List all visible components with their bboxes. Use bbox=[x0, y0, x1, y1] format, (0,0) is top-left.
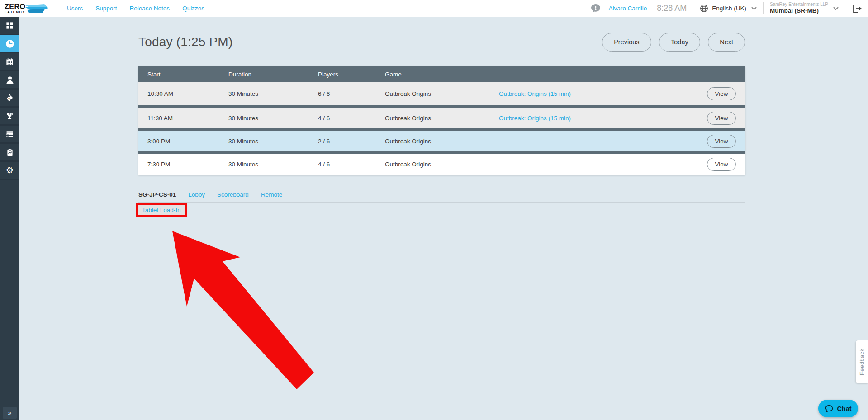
sidebar-item-sessions[interactable] bbox=[0, 35, 19, 53]
svg-text:★: ★ bbox=[9, 113, 11, 115]
org-name: SamRey Entertainments LLP bbox=[770, 2, 828, 7]
feedback-label: Feedback bbox=[859, 349, 865, 375]
gear-icon: ⚙ bbox=[6, 166, 14, 175]
logo-text: ZERO LATENCY bbox=[5, 3, 25, 14]
divider bbox=[763, 2, 764, 14]
venue-name: Mumbai (SR-MB) bbox=[770, 7, 828, 14]
cell-start: 10:30 AM bbox=[147, 90, 228, 97]
next-button[interactable]: Next bbox=[708, 33, 745, 52]
nav-release-notes[interactable]: Release Notes bbox=[130, 5, 170, 12]
topbar-right: Alvaro Carrillo 8:28 AM English (UK) Sam… bbox=[590, 2, 864, 14]
svg-text:%: % bbox=[8, 97, 11, 101]
top-bar: ZERO LATENCY Users Support Release Notes… bbox=[0, 0, 868, 17]
table-header: Start Duration Players Game bbox=[138, 66, 745, 82]
cell-players: 6 / 6 bbox=[318, 90, 385, 97]
sidebar-item-settings[interactable]: ⚙ bbox=[0, 162, 19, 180]
logout-icon[interactable] bbox=[852, 3, 863, 14]
cell-game: Outbreak Origins bbox=[385, 138, 499, 145]
page-title: Today (1:25 PM) bbox=[138, 35, 232, 49]
divider bbox=[693, 2, 693, 14]
logo-line1: ZERO bbox=[5, 3, 25, 10]
cell-duration: 30 Minutes bbox=[228, 115, 318, 122]
remote-link[interactable]: Remote bbox=[261, 191, 282, 198]
cell-game: Outbreak Origins bbox=[385, 161, 499, 168]
cell-start: 11:30 AM bbox=[147, 115, 228, 122]
cell-duration: 30 Minutes bbox=[228, 138, 318, 145]
view-button[interactable]: View bbox=[707, 112, 736, 125]
cell-players: 4 / 6 bbox=[318, 115, 385, 122]
trophy-icon: ★ bbox=[5, 112, 14, 120]
table-row: 11:30 AM 30 Minutes 4 / 6 Outbreak Origi… bbox=[138, 105, 745, 128]
col-game: Game bbox=[385, 71, 499, 78]
jet-icon bbox=[24, 2, 48, 15]
cell-game: Outbreak Origins bbox=[385, 90, 499, 97]
cell-players: 2 / 6 bbox=[318, 138, 385, 145]
cell-duration: 30 Minutes bbox=[228, 161, 318, 168]
sidebar-item-leaderboard[interactable]: ★ bbox=[0, 108, 19, 126]
clock-time: 8:28 AM bbox=[657, 4, 687, 13]
view-button[interactable]: View bbox=[707, 135, 736, 148]
scoreboard-link[interactable]: Scoreboard bbox=[217, 191, 249, 198]
tablet-load-in-link[interactable]: Tablet Load-In bbox=[136, 203, 187, 217]
sidebar-item-calendar[interactable] bbox=[0, 53, 19, 71]
table-row: 7:30 PM 30 Minutes 4 / 6 Outbreak Origin… bbox=[138, 151, 745, 175]
user-name-link[interactable]: Alvaro Carrillo bbox=[608, 5, 647, 12]
vr-headset-icon bbox=[5, 76, 14, 85]
sidebar-item-dashboard[interactable] bbox=[0, 17, 19, 35]
cell-game: Outbreak Origins bbox=[385, 115, 499, 122]
today-button[interactable]: Today bbox=[659, 33, 700, 52]
servers-icon bbox=[5, 130, 14, 138]
lobby-link[interactable]: Lobby bbox=[188, 191, 205, 198]
col-players: Players bbox=[318, 71, 385, 78]
chevron-down-icon[interactable] bbox=[833, 7, 839, 10]
sidebar-item-systems[interactable] bbox=[0, 126, 19, 144]
top-nav: Users Support Release Notes Quizzes bbox=[67, 5, 204, 12]
device-section: SG-JP-CS-01 Lobby Scoreboard Remote Tabl… bbox=[138, 191, 745, 217]
chat-label: Chat bbox=[837, 405, 851, 412]
game-mode-link[interactable]: Outbreak: Origins (15 min) bbox=[499, 115, 707, 122]
sidebar-item-vr-players[interactable] bbox=[0, 71, 19, 90]
device-id: SG-JP-CS-01 bbox=[138, 191, 176, 198]
cell-players: 4 / 6 bbox=[318, 161, 385, 168]
calendar-icon bbox=[5, 57, 14, 66]
sidebar: % ★ bbox=[0, 17, 19, 420]
venue-selector[interactable]: SamRey Entertainments LLP Mumbai (SR-MB) bbox=[770, 2, 828, 14]
sidebar-item-discounts[interactable]: % bbox=[0, 90, 19, 108]
report-icon bbox=[6, 148, 14, 156]
dashboard-icon bbox=[5, 21, 14, 30]
zero-latency-logo[interactable]: ZERO LATENCY bbox=[5, 2, 62, 15]
clock-icon bbox=[5, 39, 15, 49]
sessions-table: Start Duration Players Game 10:30 AM 30 … bbox=[138, 66, 745, 175]
view-button[interactable]: View bbox=[707, 158, 736, 171]
table-row: 10:30 AM 30 Minutes 6 / 6 Outbreak Origi… bbox=[138, 82, 745, 105]
discount-tag-icon: % bbox=[5, 94, 14, 102]
cell-start: 7:30 PM bbox=[147, 161, 228, 168]
divider bbox=[845, 2, 845, 14]
nav-quizzes[interactable]: Quizzes bbox=[182, 5, 204, 12]
col-duration: Duration bbox=[228, 71, 318, 78]
nav-support[interactable]: Support bbox=[95, 5, 117, 12]
chat-bubble-icon bbox=[825, 404, 834, 413]
sidebar-expand-button[interactable]: » bbox=[3, 407, 17, 419]
cell-duration: 30 Minutes bbox=[228, 90, 318, 97]
col-start: Start bbox=[147, 71, 228, 78]
divider bbox=[138, 202, 745, 203]
chevron-down-icon[interactable] bbox=[751, 7, 757, 10]
language-selector[interactable]: English (UK) bbox=[712, 5, 746, 12]
previous-button[interactable]: Previous bbox=[602, 33, 651, 52]
cell-start: 3:00 PM bbox=[147, 138, 228, 145]
feedback-tab[interactable]: Feedback bbox=[856, 340, 868, 383]
table-row-highlighted: 3:00 PM 30 Minutes 2 / 6 Outbreak Origin… bbox=[138, 128, 745, 151]
nav-users[interactable]: Users bbox=[67, 5, 83, 12]
chat-button[interactable]: Chat bbox=[818, 400, 858, 417]
main-content: Today (1:25 PM) Previous Today Next Star… bbox=[138, 17, 745, 217]
date-nav-buttons: Previous Today Next bbox=[596, 33, 745, 52]
view-button[interactable]: View bbox=[707, 87, 736, 100]
sidebar-item-reports[interactable] bbox=[0, 144, 19, 162]
globe-icon bbox=[700, 4, 708, 13]
game-mode-link[interactable]: Outbreak: Origins (15 min) bbox=[499, 90, 707, 97]
alert-bubble-icon[interactable] bbox=[590, 3, 601, 14]
logo-line2: LATENCY bbox=[5, 10, 25, 14]
